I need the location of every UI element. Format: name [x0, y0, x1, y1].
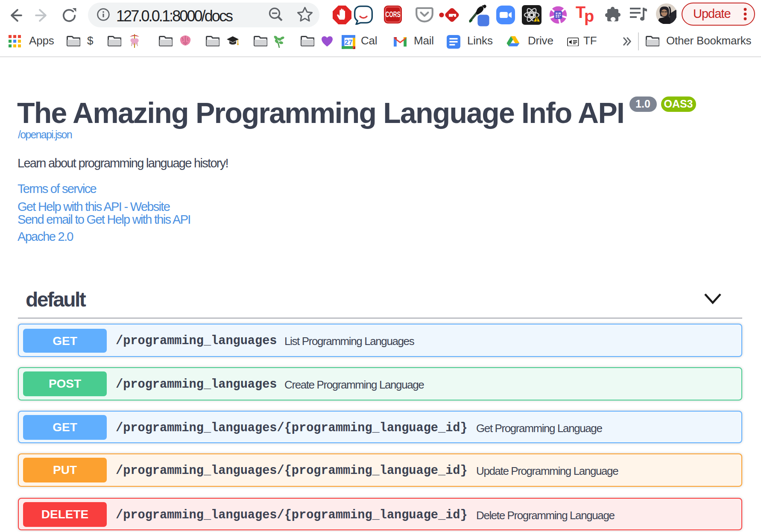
svg-text:CORS: CORS [386, 10, 401, 19]
svg-text:27: 27 [345, 39, 353, 47]
svg-text:p: p [584, 7, 594, 25]
